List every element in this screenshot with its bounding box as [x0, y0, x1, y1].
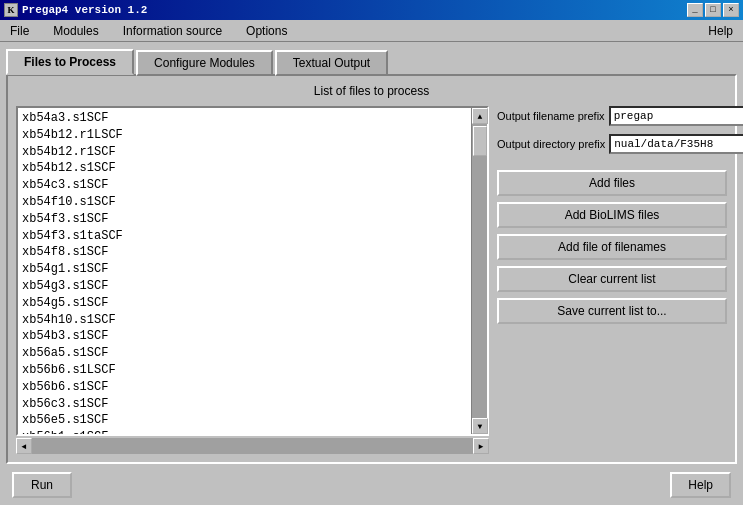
minimize-button[interactable]: _ [687, 3, 703, 17]
list-item: xb54f3.s1SCF [22, 211, 467, 228]
vertical-scrollbar[interactable]: ▲ ▼ [471, 108, 487, 434]
output-directory-prefix-input[interactable] [609, 134, 743, 154]
list-item: xb54b3.s1SCF [22, 328, 467, 345]
title-bar: K Pregap4 version 1.2 _ □ × [0, 0, 743, 20]
menu-bar: File Modules Information source Options … [0, 20, 743, 42]
list-item: xb54c3.s1SCF [22, 177, 467, 194]
h-scroll-track[interactable] [32, 438, 473, 454]
file-list-container: xb54a3.s1SCFxb54b12.r1LSCFxb54b12.r1SCFx… [16, 106, 489, 436]
tabs: Files to Process Configure Modules Textu… [6, 48, 737, 74]
tab-textual-output[interactable]: Textual Output [275, 50, 388, 76]
scroll-down-button[interactable]: ▼ [472, 418, 488, 434]
run-button[interactable]: Run [12, 472, 72, 498]
add-biolims-button[interactable]: Add BioLIMS files [497, 202, 727, 228]
close-button[interactable]: × [723, 3, 739, 17]
tab-files-to-process[interactable]: Files to Process [6, 49, 134, 75]
list-item: xb56c3.s1SCF [22, 396, 467, 413]
list-item: xb56b6.s1LSCF [22, 362, 467, 379]
list-item: xb54h10.s1SCF [22, 312, 467, 329]
file-list[interactable]: xb54a3.s1SCFxb54b12.r1LSCFxb54b12.r1SCFx… [18, 108, 471, 434]
list-item: xb54b12.s1SCF [22, 160, 467, 177]
menu-modules[interactable]: Modules [49, 23, 102, 39]
output-directory-prefix-label: Output directory prefix [497, 138, 605, 150]
main-window: Files to Process Configure Modules Textu… [0, 42, 743, 505]
app-title: Pregap4 version 1.2 [22, 4, 147, 16]
list-item: xb56b6.s1SCF [22, 379, 467, 396]
list-item: xb54f3.s1taSCF [22, 228, 467, 245]
output-filename-prefix-row: Output filename prefix [497, 106, 727, 126]
tab-content: List of files to process xb54a3.s1SCFxb5… [6, 74, 737, 464]
list-item: xb56a5.s1SCF [22, 345, 467, 362]
output-directory-prefix-row: Output directory prefix [497, 134, 727, 154]
list-item: xb54g5.s1SCF [22, 295, 467, 312]
scroll-up-button[interactable]: ▲ [472, 108, 488, 124]
list-item: xb56h1.s1SCF [22, 429, 467, 434]
scroll-right-button[interactable]: ► [473, 438, 489, 454]
list-item: xb54b12.r1LSCF [22, 127, 467, 144]
help-button[interactable]: Help [670, 472, 731, 498]
list-item: xb54f10.s1SCF [22, 194, 467, 211]
add-files-button[interactable]: Add files [497, 170, 727, 196]
list-item: xb54g1.s1SCF [22, 261, 467, 278]
maximize-button[interactable]: □ [705, 3, 721, 17]
output-filename-prefix-input[interactable] [609, 106, 743, 126]
title-bar-left: K Pregap4 version 1.2 [4, 3, 147, 17]
list-item: xb54g3.s1SCF [22, 278, 467, 295]
clear-current-list-button[interactable]: Clear current list [497, 266, 727, 292]
right-panel: Output filename prefix Output directory … [497, 106, 727, 454]
horizontal-scrollbar-container: ◄ ► [16, 438, 489, 454]
menu-help[interactable]: Help [704, 23, 737, 39]
scroll-track[interactable] [472, 124, 487, 418]
title-bar-controls: _ □ × [687, 3, 739, 17]
list-item: xb56e5.s1SCF [22, 412, 467, 429]
scroll-thumb[interactable] [473, 126, 487, 156]
menu-bar-left: File Modules Information source Options [6, 23, 291, 39]
bottom-bar: Run Help [6, 468, 737, 502]
tab-configure-modules[interactable]: Configure Modules [136, 50, 273, 76]
menu-file[interactable]: File [6, 23, 33, 39]
menu-information-source[interactable]: Information source [119, 23, 226, 39]
output-filename-prefix-label: Output filename prefix [497, 110, 605, 122]
app-icon: K [4, 3, 18, 17]
menu-options[interactable]: Options [242, 23, 291, 39]
list-item: xb54f8.s1SCF [22, 244, 467, 261]
save-current-list-button[interactable]: Save current list to... [497, 298, 727, 324]
content-title: List of files to process [16, 84, 727, 98]
list-item: xb54b12.r1SCF [22, 144, 467, 161]
add-file-of-filenames-button[interactable]: Add file of filenames [497, 234, 727, 260]
scroll-left-button[interactable]: ◄ [16, 438, 32, 454]
list-item: xb54a3.s1SCF [22, 110, 467, 127]
content-body: xb54a3.s1SCFxb54b12.r1LSCFxb54b12.r1SCFx… [16, 106, 727, 454]
